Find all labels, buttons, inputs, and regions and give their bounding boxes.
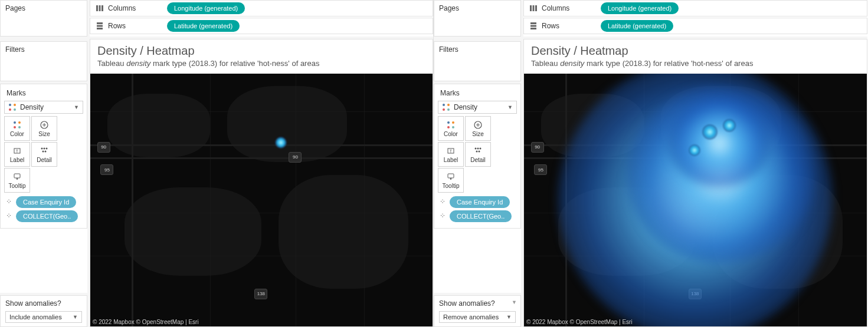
route-shield-95: 95 <box>534 164 547 175</box>
rows-shelf-label: Rows <box>542 22 601 30</box>
map-attribution: © 2022 Mapbox © OpenStreetMap | Esri <box>93 319 199 325</box>
svg-point-13 <box>45 150 47 152</box>
map-include-anomalies[interactable]: 90 90 95 138 © 2022 Mapbox © OpenStreetM… <box>90 74 433 326</box>
marks-size-button[interactable]: Size <box>31 116 57 141</box>
show-anomalies-select[interactable]: Remove anomalies ▼ <box>439 311 516 323</box>
detail-icon: ⁘ <box>438 197 447 207</box>
pages-card: Pages <box>434 0 521 37</box>
columns-shelf-label: Columns <box>542 4 601 12</box>
marks-size-button[interactable]: Size <box>465 116 491 141</box>
route-shield-95: 95 <box>100 164 113 175</box>
filters-card[interactable]: Filters <box>434 41 521 81</box>
label-icon: T <box>447 146 455 156</box>
mark-type-select[interactable]: Density ▼ <box>4 101 83 114</box>
detail-icon: ⁘ <box>4 197 14 207</box>
columns-shelf[interactable]: Columns Longitude (generated) <box>90 0 433 16</box>
viz-subtitle: Tableau density mark type (2018.3) for r… <box>531 59 860 68</box>
columns-pill[interactable]: Longitude (generated) <box>601 2 679 14</box>
chevron-down-icon: ▼ <box>507 104 513 110</box>
columns-pill[interactable]: Longitude (generated) <box>167 2 245 14</box>
columns-shelf[interactable]: Columns Longitude (generated) <box>523 0 867 16</box>
svg-text:T: T <box>450 149 453 153</box>
heat-hotspot <box>702 124 718 140</box>
marks-title: Marks <box>4 88 83 101</box>
show-anomalies-label: Show anomalies? <box>439 299 516 308</box>
viz-title: Density / Heatmap <box>531 44 860 58</box>
chevron-down-icon: ▼ <box>506 314 512 320</box>
detail-icon: ⁘ <box>438 212 447 221</box>
route-shield-90: 90 <box>289 152 302 163</box>
svg-rect-18 <box>530 22 536 24</box>
route-shield-90: 90 <box>97 142 110 153</box>
columns-icon <box>529 4 538 13</box>
show-anomalies-card: ▼ Show anomalies? Remove anomalies ▼ <box>434 295 521 327</box>
panel-left: Pages Columns Longitude (generated) Rows <box>0 0 434 327</box>
viz-subtitle: Tableau density mark type (2018.3) for r… <box>97 59 425 68</box>
rows-shelf[interactable]: Rows Latitude (generated) <box>90 18 433 34</box>
rows-icon <box>529 21 538 31</box>
marks-detail-button[interactable]: Detail <box>31 142 57 167</box>
detail-pill-case-enquiry[interactable]: Case Enquiry Id <box>16 196 76 208</box>
svg-point-10 <box>44 147 45 149</box>
rows-icon <box>95 21 104 31</box>
chevron-down-icon[interactable]: ▼ <box>512 299 517 305</box>
svg-rect-17 <box>535 5 537 11</box>
svg-rect-14 <box>14 174 20 178</box>
detail-pill-case-enquiry[interactable]: Case Enquiry Id <box>450 196 510 208</box>
marks-detail-button[interactable]: Detail <box>465 142 491 167</box>
svg-point-28 <box>479 150 480 152</box>
route-shield-90: 90 <box>531 142 544 153</box>
detail-pill-collect-geo[interactable]: COLLECT(Geo.. <box>16 210 78 222</box>
marks-color-button[interactable]: Color <box>438 116 464 141</box>
svg-rect-29 <box>448 174 454 178</box>
marks-color-button[interactable]: Color <box>4 116 30 141</box>
filters-label: Filters <box>5 45 25 54</box>
svg-point-11 <box>46 147 48 149</box>
heat-hotspot <box>689 144 700 156</box>
pages-card: Pages <box>0 0 87 37</box>
rows-shelf[interactable]: Rows Latitude (generated) <box>523 18 867 34</box>
mark-type-value: Density <box>20 103 44 111</box>
svg-rect-3 <box>97 22 103 24</box>
panel-right: Pages Columns Longitude (generated) Rows <box>434 0 867 327</box>
marks-label-button[interactable]: T Label <box>4 142 30 167</box>
color-icon <box>447 120 455 130</box>
pages-label: Pages <box>439 4 459 12</box>
mark-type-value: Density <box>454 103 477 111</box>
detail-pill-collect-geo[interactable]: COLLECT(Geo.. <box>450 210 512 222</box>
rows-pill[interactable]: Latitude (generated) <box>601 20 673 32</box>
svg-rect-0 <box>96 5 98 11</box>
svg-rect-16 <box>533 5 535 11</box>
show-anomalies-value: Include anomalies <box>9 313 62 321</box>
density-icon <box>442 103 450 111</box>
heat-core <box>668 99 771 187</box>
detail-icon: ⁘ <box>4 212 14 221</box>
mark-type-select[interactable]: Density ▼ <box>438 101 517 114</box>
show-anomalies-select[interactable]: Include anomalies ▼ <box>5 311 82 323</box>
svg-point-24 <box>475 147 477 149</box>
rows-pill[interactable]: Latitude (generated) <box>167 20 240 32</box>
columns-icon <box>95 4 104 13</box>
marks-tooltip-button[interactable]: Tooltip <box>4 168 30 193</box>
tooltip-icon <box>13 172 21 181</box>
detail-icon <box>474 146 482 156</box>
density-icon <box>8 103 17 111</box>
viz-area-right: Density / Heatmap Tableau density mark t… <box>523 39 867 327</box>
svg-point-25 <box>477 147 479 149</box>
svg-rect-15 <box>530 5 532 11</box>
color-icon <box>13 120 21 130</box>
size-icon <box>474 120 482 130</box>
map-remove-anomalies[interactable]: 90 90 95 138 © 2022 Mapbox © OpenStreetM… <box>524 74 867 326</box>
svg-point-27 <box>476 150 478 152</box>
columns-shelf-label: Columns <box>108 4 167 12</box>
filters-card[interactable]: Filters <box>0 41 87 81</box>
svg-rect-20 <box>530 28 536 29</box>
filters-label: Filters <box>439 45 458 54</box>
marks-title: Marks <box>438 88 517 101</box>
marks-tooltip-button[interactable]: Tooltip <box>438 168 464 193</box>
svg-text:T: T <box>16 149 19 153</box>
chevron-down-icon: ▼ <box>74 104 79 110</box>
marks-card: Marks Density ▼ Color <box>0 84 87 229</box>
tooltip-icon <box>447 172 455 181</box>
marks-label-button[interactable]: T Label <box>438 142 464 167</box>
